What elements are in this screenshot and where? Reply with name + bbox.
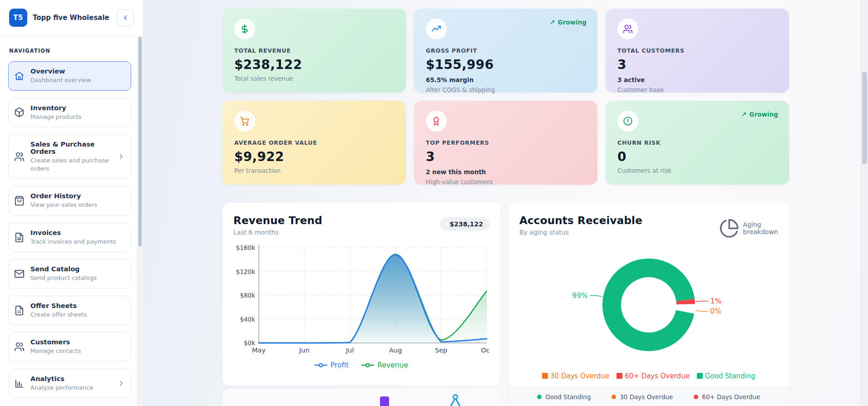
stat-subtitle: Customer base [617, 86, 777, 93]
purple-bar-icon [380, 396, 389, 406]
stat-value: $155,996 [426, 57, 586, 72]
accounts-receivable-title: Accounts Receivable [519, 215, 642, 226]
stat-icon-circle [617, 19, 638, 39]
accounts-receivable-card: Accounts Receivable By aging status Agin… [508, 203, 789, 406]
legend-item-revenue[interactable]: Revenue [361, 361, 408, 369]
legend-marker-icon [361, 362, 374, 368]
sidebar-scrollbar-thumb[interactable] [138, 37, 142, 246]
stat-value: $9,922 [234, 149, 394, 164]
stat-value: 0 [617, 149, 777, 164]
legend-label: Profit [330, 361, 349, 369]
stat-label: TOP PERFORMERS [426, 139, 586, 146]
nav-item-title: Analytics [30, 375, 111, 382]
sidebar-item-order-history[interactable]: Order HistoryView your sales orders [8, 186, 131, 215]
bar-chart-icon [14, 378, 25, 389]
nav-item-title: Send Catalog [30, 265, 125, 273]
app-root: T5 Topp five Wholesale NAVIGATION Overvi… [0, 0, 868, 406]
svg-text:Jun: Jun [299, 347, 310, 354]
revenue-line-chart: $0k$40k$80k$120k$160kMayJunJulAugSepOct [233, 242, 489, 358]
nav-item-title: Order History [30, 192, 125, 200]
sidebar-body: NAVIGATION OverviewDashboard overviewInv… [0, 36, 143, 398]
sidebar-scrollbar[interactable] [137, 36, 143, 406]
growing-badge: ↗Growing [741, 111, 778, 118]
company-name: Topp five Wholesale [33, 14, 111, 22]
arrow-up-right-icon: ↗ [550, 19, 555, 26]
stat-bold-subtitle: 2 new this month [426, 168, 586, 176]
sidebar-item-send-catalog[interactable]: Send CatalogSend product catalogs [8, 259, 131, 289]
stat-bold-subtitle: 3 active [617, 76, 777, 83]
legend-label: 30 Days Overdue [550, 372, 609, 380]
svg-text:$120k: $120k [236, 268, 255, 275]
sidebar-item-sales-purchase-orders[interactable]: Sales & Purchase OrdersCreate sales and … [8, 134, 131, 179]
nav-item-title: Overview [30, 68, 125, 75]
donut-legend: 30 Days Overdue60+ Days OverdueGood Stan… [519, 372, 778, 380]
legend-dot [694, 395, 698, 399]
sidebar-item-overview[interactable]: OverviewDashboard overview [8, 61, 131, 91]
stat-card-average-order-value: AVERAGE ORDER VALUE$9,922Per transaction [222, 101, 406, 185]
stat-subtitle: Per transaction [234, 167, 394, 174]
award-icon [431, 116, 441, 126]
donut-legend-item-good-standing[interactable]: Good Standing [697, 372, 755, 380]
charts-row: Revenue Trend Last 6 months $238,122 $0k… [222, 203, 789, 406]
legend-swatch [616, 373, 622, 379]
navigation-list: OverviewDashboard overviewInventoryManag… [8, 61, 131, 398]
stat-icon-circle [234, 19, 255, 39]
alert-icon [623, 116, 633, 126]
ar-donut-chart: 99%1%0% [519, 239, 778, 371]
stats-grid: TOTAL REVENUE$238,122Total sales revenue… [222, 9, 789, 185]
svg-text:$40k: $40k [240, 316, 255, 323]
sidebar-item-invoices[interactable]: InvoicesTrack invoices and payments [8, 223, 131, 252]
arrow-up-right-icon: ↗ [741, 111, 747, 118]
footer-legend-item-30-days-overdue: 30 Days Overdue [612, 393, 673, 401]
aging-breakdown-badge: Aging breakdown [719, 218, 778, 239]
package-icon [14, 107, 25, 117]
sidebar-collapse-button[interactable] [117, 9, 134, 26]
donut-legend-item-30-days-overdue[interactable]: 30 Days Overdue [542, 372, 609, 380]
svg-text:99%: 99% [572, 291, 587, 299]
home-icon [14, 71, 25, 81]
svg-text:$0k: $0k [244, 339, 255, 347]
page-scrollbar[interactable] [861, 0, 868, 406]
stat-label: AVERAGE ORDER VALUE [234, 139, 394, 146]
nav-item-title: Sales & Purchase Orders [30, 141, 111, 155]
nav-item-title: Inventory [30, 104, 125, 112]
svg-text:$160k: $160k [236, 244, 255, 251]
nav-item-title: Offer Sheets [30, 302, 125, 309]
sidebar-item-customers[interactable]: CustomersManage contacts [8, 332, 131, 362]
legend-dot [612, 395, 616, 399]
donut-legend-item-60-days-overdue[interactable]: 60+ Days Overdue [616, 372, 690, 380]
file-grid-icon [14, 305, 25, 316]
legend-item-profit[interactable]: Profit [315, 361, 349, 369]
stat-label: TOTAL CUSTOMERS [617, 47, 777, 54]
users-icon [14, 152, 25, 162]
stat-card-churn-risk: ↗GrowingCHURN RISK0Customers at risk [606, 101, 789, 185]
stat-card-gross-profit: ↗GrowingGROSS PROFIT$155,99665.5% margin… [414, 9, 597, 93]
sidebar-item-analytics[interactable]: AnalyticsAnalyze performance [8, 369, 131, 398]
navigation-section-label: NAVIGATION [9, 48, 131, 54]
peak-marker-icon [446, 394, 465, 406]
nav-item-subtitle: Manage products [30, 113, 125, 121]
pie-chart-icon [719, 218, 740, 239]
trending-up-icon [431, 24, 441, 34]
legend-label: Good Standing [545, 393, 591, 401]
legend-label: Revenue [377, 361, 408, 369]
sidebar-item-inventory[interactable]: InventoryManage products [8, 98, 131, 127]
stat-value: 3 [426, 149, 586, 164]
footer-legend-item-60-days-overdue: 60+ Days Overdue [694, 393, 760, 401]
legend-marker-icon [315, 362, 327, 368]
stat-bold-subtitle: 65.5% margin [426, 76, 586, 83]
svg-text:$80k: $80k [240, 292, 255, 299]
nav-item-subtitle: Create sales and purchase orders [30, 157, 111, 172]
page-scrollbar-thumb[interactable] [862, 72, 867, 164]
nav-item-subtitle: Dashboard overview [30, 76, 125, 84]
sidebar-item-offer-sheets[interactable]: Offer SheetsCreate offer sheets [8, 296, 131, 325]
left-chart-column: Revenue Trend Last 6 months $238,122 $0k… [222, 203, 500, 406]
stat-value: 3 [617, 57, 777, 72]
company-logo: T5 [9, 9, 27, 27]
svg-text:Aug: Aug [389, 347, 402, 354]
stat-label: TOTAL REVENUE [234, 47, 394, 54]
legend-swatch [542, 373, 548, 379]
stat-icon-circle [426, 111, 447, 132]
nav-item-subtitle: Analyze performance [30, 384, 111, 392]
svg-text:Sep: Sep [435, 347, 447, 354]
